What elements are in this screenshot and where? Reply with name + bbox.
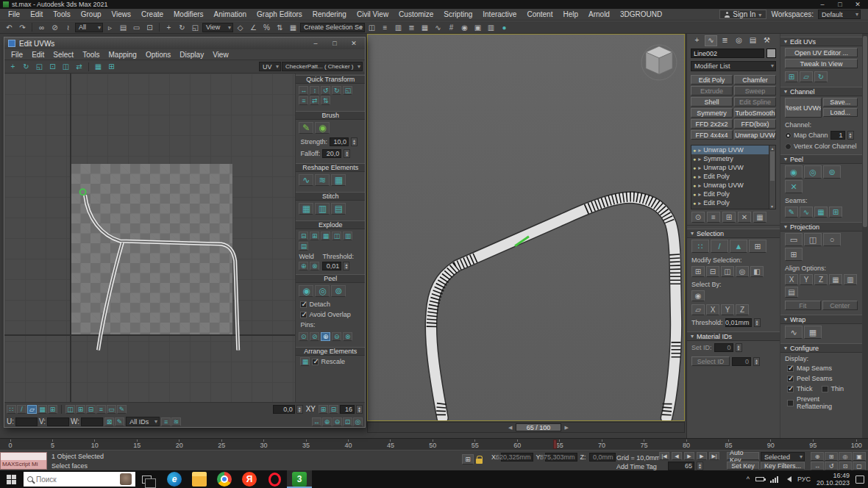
current-frame-marker[interactable] bbox=[553, 439, 557, 449]
select-element-toggle-icon[interactable]: ⊞ bbox=[749, 240, 766, 253]
curve-editor-icon[interactable]: ∿ bbox=[432, 22, 444, 33]
object-name-field[interactable]: Line002 bbox=[691, 49, 764, 58]
offset-mode-icon[interactable]: ⊟ bbox=[329, 405, 338, 414]
point-to-point-seams-icon[interactable]: ∿ bbox=[800, 207, 813, 218]
map-channel-radio[interactable] bbox=[785, 132, 791, 139]
reference-coordinate-dropdown[interactable]: View bbox=[202, 23, 233, 32]
taskbar-search-input[interactable] bbox=[36, 476, 105, 484]
spherical-map-icon[interactable]: ○ bbox=[823, 233, 841, 246]
pin-selected-icon[interactable]: ⊙ bbox=[299, 332, 308, 341]
set-id-spinner[interactable] bbox=[736, 343, 742, 352]
w-field[interactable] bbox=[81, 417, 103, 426]
select-id-button[interactable]: Select ID bbox=[691, 356, 730, 366]
vertex-color-channel-radio[interactable] bbox=[785, 143, 791, 150]
relax-until-flat-icon[interactable]: ∿ bbox=[299, 174, 313, 186]
uv-space-dropdown[interactable]: UV bbox=[259, 62, 281, 71]
flatten-by-smoothing-group-icon[interactable]: ◫ bbox=[332, 232, 341, 240]
menu-item[interactable]: Modifiers bbox=[168, 10, 209, 18]
uvws-menu-item[interactable]: Tools bbox=[78, 51, 104, 59]
clear-pins-icon[interactable]: ⊗ bbox=[343, 332, 352, 341]
set-id-field[interactable]: 0 bbox=[714, 343, 733, 352]
set-key-button[interactable]: Set Key bbox=[727, 462, 759, 470]
uvws-menu-item[interactable]: File bbox=[7, 51, 27, 59]
peel-mode-icon[interactable]: ◎ bbox=[315, 285, 330, 297]
open-uv-editor-button[interactable]: Open UV Editor ... bbox=[785, 48, 858, 57]
modifier-button[interactable]: FFD 2x2x2 bbox=[691, 119, 733, 129]
selection-rollout-header[interactable]: Selection bbox=[687, 229, 780, 238]
go-to-end-icon[interactable]: ▶| bbox=[709, 452, 719, 460]
orbit-icon[interactable]: ↺ bbox=[825, 462, 838, 470]
select-by-name-icon[interactable]: ▤ bbox=[117, 22, 129, 33]
edit-named-selection-sets-icon[interactable]: ▦ bbox=[287, 22, 299, 33]
quick-peel-icon[interactable]: ◉ bbox=[299, 285, 313, 297]
modifier-button[interactable]: Extrude bbox=[691, 86, 733, 96]
grow-selection-icon[interactable]: ⊞ bbox=[76, 405, 85, 414]
zoom-region-icon[interactable]: ▣ bbox=[853, 452, 866, 461]
modify-tab-icon[interactable]: ∿ bbox=[705, 36, 716, 46]
pan-icon[interactable]: ↔ bbox=[312, 417, 321, 426]
box-map-icon[interactable]: ⊞ bbox=[785, 248, 803, 261]
time-slider-handle[interactable]: 65 / 100 bbox=[516, 423, 561, 431]
add-time-tag[interactable]: Add Time Tag bbox=[616, 463, 657, 470]
brush-options-icon[interactable]: ✎ bbox=[115, 417, 124, 426]
motion-tab-icon[interactable]: ◎ bbox=[733, 36, 744, 46]
uvws-menu-item[interactable]: View bbox=[208, 51, 233, 59]
selection-lock-toggle-icon[interactable] bbox=[476, 459, 483, 464]
uvws-close-button[interactable] bbox=[349, 40, 358, 47]
modifier-visibility-icon[interactable] bbox=[693, 155, 696, 162]
weld-threshold-spinner[interactable] bbox=[343, 262, 349, 270]
object-color-swatch[interactable] bbox=[766, 49, 776, 58]
menu-item[interactable]: Animation bbox=[209, 10, 252, 18]
shrink-selection-icon[interactable]: ⊟ bbox=[706, 266, 719, 277]
modifier-visibility-icon[interactable] bbox=[693, 199, 696, 207]
select-id-spinner[interactable] bbox=[753, 357, 760, 366]
percent-snap-icon[interactable]: % bbox=[260, 22, 273, 33]
perspective-viewport[interactable] bbox=[367, 34, 685, 421]
peel-mode-icon[interactable]: ◎ bbox=[804, 165, 822, 179]
modifier-button[interactable]: FFD 4x4x4 bbox=[691, 130, 733, 140]
unlink-selection-icon[interactable]: ⊘ bbox=[49, 22, 61, 33]
next-frame-icon[interactable]: ▶ bbox=[697, 452, 707, 460]
modifier-list-dropdown[interactable]: Modifier List bbox=[691, 61, 776, 71]
stack-scrollbar[interactable] bbox=[769, 146, 775, 209]
zoom-extents-icon[interactable]: ◎ bbox=[839, 452, 852, 461]
material-editor-icon[interactable]: ◉ bbox=[458, 22, 471, 33]
move-uv-icon[interactable]: + bbox=[7, 61, 19, 72]
select-id-field[interactable]: 0 bbox=[732, 357, 751, 366]
planar-angle-icon[interactable]: ▱ bbox=[691, 304, 705, 315]
rotate-uv-icon[interactable]: ↻ bbox=[20, 61, 32, 72]
expand-icon[interactable] bbox=[698, 155, 701, 162]
modifier-stack-row[interactable]: Edit Poly bbox=[691, 172, 769, 181]
weld-selected-icon[interactable]: ⊕ bbox=[299, 262, 308, 270]
reset-uvws-button[interactable]: Reset UVWs bbox=[785, 98, 822, 118]
expand-to-seams-icon[interactable]: ⊞ bbox=[829, 207, 842, 218]
stitch-to-target-icon[interactable]: ▥ bbox=[315, 203, 330, 215]
current-frame-field[interactable]: 65 bbox=[668, 462, 694, 470]
viewcube[interactable] bbox=[638, 40, 680, 82]
window-minimize-button[interactable] bbox=[818, 1, 827, 8]
edge-loop-icon[interactable]: ≡ bbox=[96, 405, 106, 414]
stitch-to-source-icon[interactable]: ▤ bbox=[331, 203, 346, 215]
rendered-frame-window-icon[interactable]: ▥ bbox=[485, 22, 497, 33]
uvws-menu-item[interactable]: Display bbox=[175, 51, 208, 59]
stitch-custom-icon[interactable]: ▦ bbox=[299, 203, 313, 215]
peel-rollout-header[interactable]: Peel bbox=[780, 154, 862, 164]
menu-item[interactable]: Views bbox=[107, 10, 137, 18]
avoid-overlap-checkbox[interactable] bbox=[300, 312, 307, 318]
select-overlapped-icon[interactable]: ◫ bbox=[65, 405, 75, 414]
toggle-scene-explorer-icon[interactable]: ▥ bbox=[392, 22, 405, 33]
window-crossing-toggle-icon[interactable]: ⊡ bbox=[143, 22, 156, 33]
uvws-menu-item[interactable]: Options bbox=[141, 51, 175, 59]
toggle-ribbon-icon[interactable]: ▦ bbox=[419, 22, 431, 33]
peel-header[interactable]: Peel bbox=[296, 274, 365, 283]
expand-icon[interactable] bbox=[698, 190, 701, 198]
undo-icon[interactable]: ↶ bbox=[3, 22, 15, 33]
filter-faces-icon[interactable]: ≡ bbox=[161, 417, 171, 426]
make-unique-icon[interactable]: ⊞ bbox=[722, 212, 736, 223]
uv-transform-icon[interactable]: ⊞ bbox=[785, 71, 798, 82]
detach-checkbox[interactable] bbox=[300, 301, 307, 308]
uv-reset-icon[interactable]: ↻ bbox=[814, 71, 828, 82]
u-field[interactable] bbox=[15, 417, 38, 426]
expand-icon[interactable] bbox=[698, 164, 701, 171]
space-horizontal-icon[interactable]: ⇄ bbox=[310, 96, 319, 105]
